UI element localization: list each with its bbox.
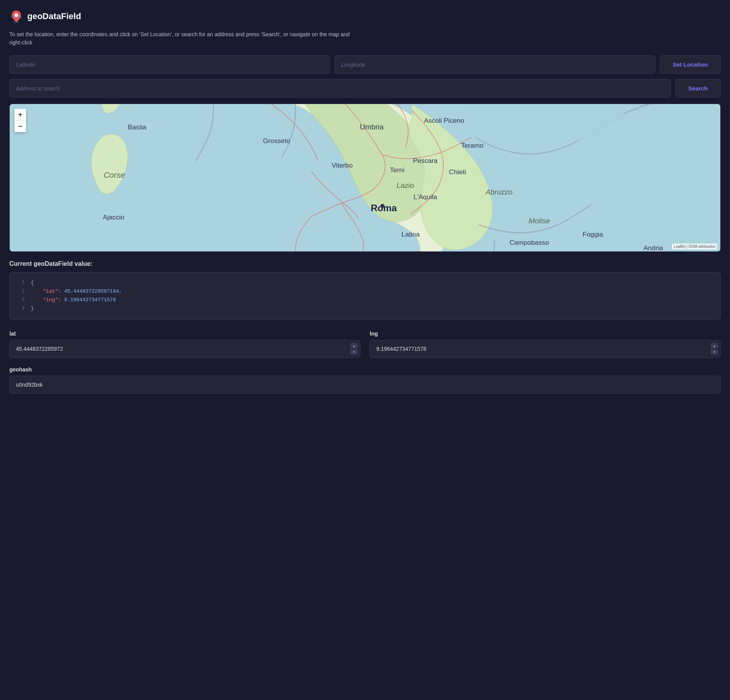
geodatafield-logo-icon — [9, 9, 23, 23]
lng-label: lng — [370, 331, 721, 337]
svg-text:Pescara: Pescara — [413, 157, 437, 164]
svg-text:Ajaccio: Ajaccio — [103, 213, 124, 221]
svg-text:Corse: Corse — [104, 170, 125, 179]
code-line-1: 1 { — [18, 279, 712, 287]
search-button[interactable]: Search — [675, 79, 721, 97]
lat-increment-button[interactable]: ▲ — [350, 343, 358, 348]
search-row: Search — [9, 79, 721, 97]
lng-spinner: ▲ ▼ — [711, 343, 718, 355]
svg-text:L'Aquila: L'Aquila — [414, 193, 437, 201]
svg-text:Campobasso: Campobasso — [510, 239, 549, 246]
json-value-lat: 45.444837228597194 — [64, 288, 119, 294]
lat-label: lat — [9, 331, 360, 337]
svg-text:Abruzzo: Abruzzo — [485, 188, 512, 196]
svg-text:Roma: Roma — [371, 203, 397, 213]
app-title: geoDataField — [27, 11, 81, 21]
svg-text:Grosseto: Grosseto — [263, 137, 290, 145]
geohash-label: geohash — [9, 366, 721, 373]
map-attribution: Leaflet | OSM attribution — [672, 244, 717, 249]
lat-number-input[interactable] — [9, 340, 360, 358]
lat-input-wrapper: ▲ ▼ — [9, 340, 360, 358]
svg-text:Chieti: Chieti — [449, 168, 466, 176]
geohash-input[interactable] — [9, 376, 721, 394]
app-header: geoDataField — [9, 9, 721, 23]
json-brace-close: } — [31, 306, 34, 311]
code-line-4: 4 } — [18, 304, 712, 313]
line-number-3: 3 — [18, 296, 25, 304]
svg-text:Molise: Molise — [529, 217, 550, 225]
zoom-in-button[interactable]: + — [14, 109, 26, 120]
map-zoom-controls: + − — [14, 109, 26, 132]
svg-text:Umbria: Umbria — [360, 123, 384, 131]
line-number-1: 1 — [18, 279, 25, 287]
lat-spinner: ▲ ▼ — [350, 343, 358, 355]
set-location-button[interactable]: Set Location — [660, 55, 721, 74]
map-svg: Umbria Ascoli Piceno Teramo Grosseto Bas… — [10, 104, 720, 251]
line-number-4: 4 — [18, 304, 25, 313]
svg-point-1 — [14, 13, 18, 17]
description-text: To set the location, enter the coordinat… — [9, 30, 360, 47]
lng-field-group: lng ▲ ▼ — [370, 331, 721, 358]
json-code-block: 1 { 2 "lat": 45.444837228597194, 3 "lng"… — [9, 272, 721, 320]
json-key-lat: "lat" — [43, 288, 58, 294]
lat-field-group: lat ▲ ▼ — [9, 331, 360, 358]
latitude-input[interactable] — [9, 55, 330, 74]
code-line-2: 2 "lat": 45.444837228597194, — [18, 287, 712, 296]
svg-point-23 — [381, 204, 384, 208]
json-value-lng: 9.196442734771578 — [64, 297, 116, 303]
lat-lng-row: lat ▲ ▼ lng ▲ ▼ — [9, 331, 721, 358]
current-value-label: Current geoDataField value: — [9, 260, 721, 267]
line-number-2: 2 — [18, 287, 25, 296]
svg-point-5 — [593, 117, 700, 251]
coord-row: Set Location — [9, 55, 721, 74]
json-key-lng: "lng" — [43, 297, 58, 303]
lng-input-wrapper: ▲ ▼ — [370, 340, 721, 358]
map-container[interactable]: Umbria Ascoli Piceno Teramo Grosseto Bas… — [9, 104, 721, 252]
longitude-input[interactable] — [335, 55, 655, 74]
lng-increment-button[interactable]: ▲ — [711, 343, 718, 348]
json-brace-open: { — [31, 280, 34, 286]
geohash-group: geohash — [9, 366, 721, 394]
svg-text:Andria: Andria — [644, 244, 663, 251]
lng-number-input[interactable] — [370, 340, 721, 358]
svg-text:Latina: Latina — [402, 230, 420, 238]
svg-text:Bastia: Bastia — [128, 123, 146, 131]
address-search-input[interactable] — [9, 79, 671, 97]
lng-decrement-button[interactable]: ▼ — [711, 349, 718, 355]
svg-text:Viterbo: Viterbo — [331, 161, 353, 169]
zoom-out-button[interactable]: − — [14, 120, 26, 132]
code-line-3: 3 "lng": 9.196442734771578 — [18, 296, 712, 304]
svg-text:Teramo: Teramo — [461, 141, 483, 149]
lat-decrement-button[interactable]: ▼ — [350, 349, 358, 355]
svg-text:Ascoli Piceno: Ascoli Piceno — [424, 117, 464, 124]
svg-text:Lazio: Lazio — [397, 181, 414, 189]
svg-text:Foggia: Foggia — [583, 230, 603, 238]
svg-text:Terni: Terni — [390, 166, 404, 174]
